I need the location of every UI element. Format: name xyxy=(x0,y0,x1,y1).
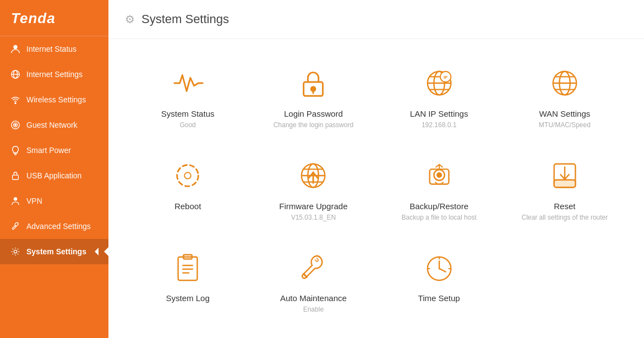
sidebar-item-wireless-settings[interactable]: Wireless Settings xyxy=(0,87,108,112)
logo: Tenda xyxy=(0,0,108,36)
hdd-icon xyxy=(420,156,459,195)
grid-item-lan-ip-settings[interactable]: IP LAN IP Settings 192.168.0.1 xyxy=(376,50,502,143)
auto-maintenance-label: Auto Maintenance xyxy=(280,293,347,303)
svg-rect-10 xyxy=(13,175,19,179)
sidebar-nav: Internet Status Internet Settings xyxy=(0,36,108,338)
sidebar: Tenda Internet Status Internet Settings xyxy=(0,0,108,338)
time-setup-label: Time Setup xyxy=(418,293,460,303)
page-header: ⚙ System Settings xyxy=(108,0,644,39)
svg-line-51 xyxy=(439,269,446,272)
system-status-sublabel: Good xyxy=(179,121,195,130)
backup-restore-label: Backup/Restore xyxy=(410,201,468,211)
globe-icon xyxy=(10,69,21,80)
spinner-icon xyxy=(168,156,207,195)
sidebar-label-wireless-settings: Wireless Settings xyxy=(26,95,86,104)
main-content: ⚙ System Settings System Status Good xyxy=(108,0,644,338)
system-log-label: System Log xyxy=(166,293,210,303)
grid-item-backup-restore[interactable]: Backup/Restore Backup a file to local ho… xyxy=(376,143,502,235)
firmware-upgrade-label: Firmware Upgrade xyxy=(279,201,347,211)
sidebar-item-smart-power[interactable]: Smart Power xyxy=(0,138,108,163)
download-box-icon xyxy=(545,156,584,195)
sidebar-item-usb-application[interactable]: USB Application xyxy=(0,163,108,188)
lan-ip-settings-sublabel: 192.168.0.1 xyxy=(422,121,456,130)
sidebar-label-usb-application: USB Application xyxy=(26,171,81,180)
svg-rect-41 xyxy=(554,179,576,187)
svg-point-29 xyxy=(184,172,191,179)
grid-item-login-password[interactable]: Login Password Change the login password xyxy=(250,50,376,143)
active-arrow xyxy=(95,248,99,255)
settings-grid: System Status Good Login Password Change… xyxy=(108,39,644,338)
sidebar-item-internet-settings[interactable]: Internet Settings xyxy=(0,62,108,87)
sidebar-label-guest-network: Guest Network xyxy=(26,121,78,129)
sidebar-item-internet-status[interactable]: Internet Status xyxy=(0,36,108,62)
reset-label: Reset xyxy=(554,201,575,211)
grid-item-wan-settings[interactable]: WAN Settings MTU/MAC/Speed xyxy=(502,50,627,143)
clock-icon xyxy=(420,248,459,287)
svg-point-12 xyxy=(14,250,17,253)
svg-text:IP: IP xyxy=(444,75,447,80)
wan-settings-sublabel: MTU/MAC/Speed xyxy=(539,121,591,130)
grid-item-system-status[interactable]: System Status Good xyxy=(125,50,250,143)
sidebar-item-guest-network[interactable]: Guest Network xyxy=(0,112,108,138)
wrench2-icon xyxy=(294,248,332,287)
target-icon xyxy=(10,119,21,130)
grid-item-reset[interactable]: Reset Clear all settings of the router xyxy=(502,143,627,235)
auto-maintenance-sublabel: Enable xyxy=(303,305,324,314)
pulse-icon xyxy=(168,64,207,102)
svg-line-48 xyxy=(304,274,307,277)
page-title: System Settings xyxy=(141,12,229,26)
svg-point-4 xyxy=(15,102,16,103)
reboot-label: Reboot xyxy=(174,201,201,211)
grid-item-system-log[interactable]: System Log xyxy=(125,235,250,327)
person-icon xyxy=(10,43,21,54)
login-password-label: Login Password xyxy=(284,109,343,118)
sidebar-label-vpn: VPN xyxy=(26,197,42,205)
reset-sublabel: Clear all settings of the router xyxy=(522,213,608,222)
lan-ip-settings-label: LAN IP Settings xyxy=(410,109,468,118)
system-status-label: System Status xyxy=(161,109,215,118)
grid-item-reboot[interactable]: Reboot xyxy=(125,143,250,235)
firmware-upgrade-sublabel: V15.03.1.8_EN xyxy=(291,213,336,222)
grid-item-time-setup[interactable]: Time Setup xyxy=(376,235,502,327)
lock-icon xyxy=(10,170,21,181)
sidebar-item-advanced-settings[interactable]: Advanced Settings xyxy=(0,214,108,239)
sidebar-label-internet-settings: Internet Settings xyxy=(26,70,83,79)
lan-icon: IP xyxy=(420,64,459,102)
sidebar-label-internet-status: Internet Status xyxy=(26,45,77,53)
wrench-icon xyxy=(10,221,21,232)
svg-point-11 xyxy=(14,197,17,200)
sidebar-label-smart-power: Smart Power xyxy=(26,146,71,155)
padlock-icon xyxy=(294,64,332,102)
sidebar-item-system-settings[interactable]: System Settings xyxy=(0,239,108,264)
svg-point-28 xyxy=(177,165,199,186)
svg-point-38 xyxy=(437,173,441,177)
login-password-sublabel: Change the login password xyxy=(274,121,353,130)
svg-point-0 xyxy=(13,45,17,49)
logo-text: Tenda xyxy=(11,10,56,26)
bulb-icon xyxy=(10,145,21,156)
svg-point-14 xyxy=(312,87,316,91)
backup-restore-sublabel: Backup a file to local host xyxy=(402,213,477,222)
globe2-icon xyxy=(545,64,584,102)
grid-item-firmware-upgrade[interactable]: Firmware Upgrade V15.03.1.8_EN xyxy=(250,143,376,235)
sidebar-label-advanced-settings: Advanced Settings xyxy=(26,222,91,231)
clipboard-icon xyxy=(168,248,207,287)
gear-icon xyxy=(10,246,21,257)
globe3-icon xyxy=(294,156,332,195)
wan-settings-label: WAN Settings xyxy=(539,109,590,118)
settings-header-icon: ⚙ xyxy=(125,13,135,26)
person2-icon xyxy=(10,195,21,206)
wifi-icon xyxy=(10,94,21,105)
sidebar-item-vpn[interactable]: VPN xyxy=(0,188,108,214)
grid-item-auto-maintenance[interactable]: Auto Maintenance Enable xyxy=(250,235,376,327)
svg-point-7 xyxy=(15,124,17,126)
sidebar-label-system-settings: System Settings xyxy=(26,247,86,256)
